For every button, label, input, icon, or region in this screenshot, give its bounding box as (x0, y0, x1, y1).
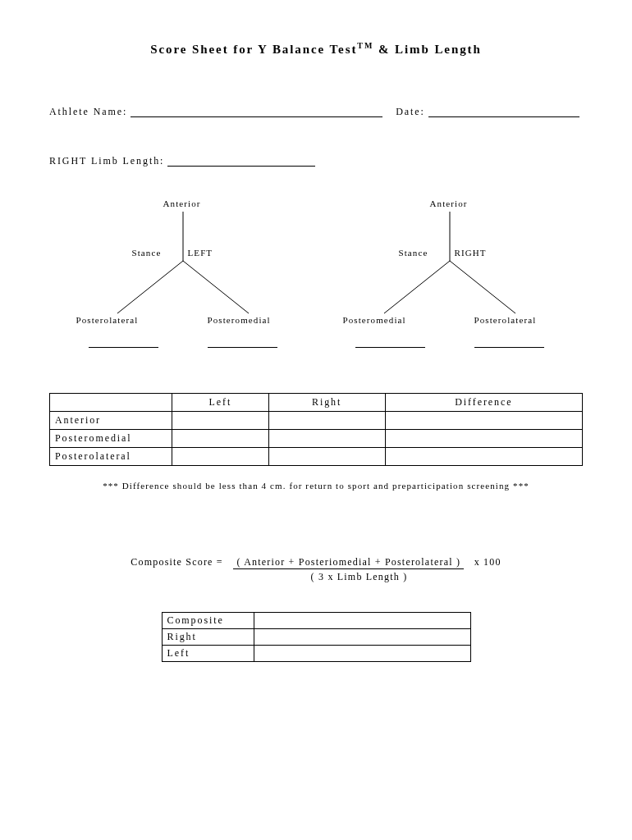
th-difference: Difference (385, 394, 582, 412)
composite-formula: Composite Score = ( Anterior + Posteriom… (49, 556, 583, 569)
difference-note: *** Difference should be less than 4 cm.… (49, 481, 583, 491)
comp-right: Right (162, 629, 254, 646)
cell (385, 430, 582, 448)
th-blank (50, 394, 172, 412)
title-text-2: & Limb Length (373, 43, 481, 56)
posteromedial-label-right: Posteromedial (343, 315, 406, 325)
comp-left: Left (162, 646, 254, 662)
date-label: Date: (396, 106, 425, 118)
side-label-left: LEFT (188, 248, 213, 258)
cell (385, 448, 582, 466)
diagram-right: Anterior Stance RIGHT Posteromedial Post… (335, 200, 565, 348)
table-row: Left (162, 646, 470, 662)
th-left: Left (172, 394, 268, 412)
title-tm: TM (357, 41, 373, 50)
stance-label-left: Stance (132, 248, 162, 258)
diagram-left: Anterior Stance LEFT Posterolateral Post… (68, 200, 298, 348)
posterolateral-label-left: Posterolateral (76, 315, 139, 325)
date-line (428, 106, 579, 117)
diagrams-container: Anterior Stance LEFT Posterolateral Post… (49, 200, 583, 348)
blank-line (208, 340, 277, 348)
limb-length-line (167, 155, 315, 167)
th-right: Right (268, 394, 385, 412)
side-label-right: RIGHT (455, 248, 487, 258)
limb-length-label: RIGHT Limb Length: (49, 155, 164, 167)
blank-line (355, 340, 425, 348)
diagram-right-lines (335, 340, 565, 348)
formula-denominator-row: ( 3 x Limb Length ) (49, 571, 583, 583)
cell (172, 448, 268, 466)
row-posterolateral: Posterolateral (50, 448, 172, 466)
anterior-label-right: Anterior (430, 199, 468, 208)
row-posteromedial: Posteromedial (50, 430, 172, 448)
svg-line-1 (117, 261, 183, 313)
anterior-label-left: Anterior (163, 199, 201, 208)
cell (172, 430, 268, 448)
comp-composite: Composite (162, 613, 254, 629)
athlete-name-row: Athlete Name: Date: (49, 106, 583, 118)
formula-label: Composite Score = (131, 556, 223, 568)
formula-denominator: ( 3 x Limb Length ) (311, 571, 408, 582)
formula-suffix: x 100 (474, 556, 501, 568)
limb-length-row: RIGHT Limb Length: (49, 155, 583, 167)
cell (268, 448, 385, 466)
cell (268, 412, 385, 430)
title-text-1: Score Sheet for Y Balance Test (150, 43, 357, 56)
table-row: Right (162, 629, 470, 646)
athlete-name-line (131, 106, 382, 117)
blank-line (89, 340, 158, 348)
table-header-row: Left Right Difference (50, 394, 583, 412)
y-diagram-right-svg (335, 200, 565, 327)
measurements-table: Left Right Difference Anterior Posterome… (49, 393, 583, 466)
cell (254, 629, 470, 646)
svg-line-4 (384, 261, 450, 313)
table-row: Anterior (50, 412, 583, 430)
page-title: Score Sheet for Y Balance TestTM & Limb … (49, 41, 583, 57)
cell (385, 412, 582, 430)
stance-label-right: Stance (399, 248, 428, 258)
blank-line (474, 340, 544, 348)
svg-line-5 (450, 261, 515, 313)
formula-numerator: ( Anterior + Posteriomedial + Posterolat… (233, 556, 464, 569)
y-diagram-left-svg (68, 200, 298, 327)
table-row: Posterolateral (50, 448, 583, 466)
cell (254, 646, 470, 662)
row-anterior: Anterior (50, 412, 172, 430)
table-row: Posteromedial (50, 430, 583, 448)
athlete-name-label: Athlete Name: (49, 106, 127, 118)
svg-line-2 (183, 261, 249, 313)
cell (172, 412, 268, 430)
composite-table: Composite Right Left (162, 612, 471, 662)
table-row: Composite (162, 613, 470, 629)
cell (254, 613, 470, 629)
diagram-left-lines (68, 340, 298, 348)
posterolateral-label-right: Posterolateral (474, 315, 537, 325)
cell (268, 430, 385, 448)
posteromedial-label-left: Posteromedial (208, 315, 271, 325)
